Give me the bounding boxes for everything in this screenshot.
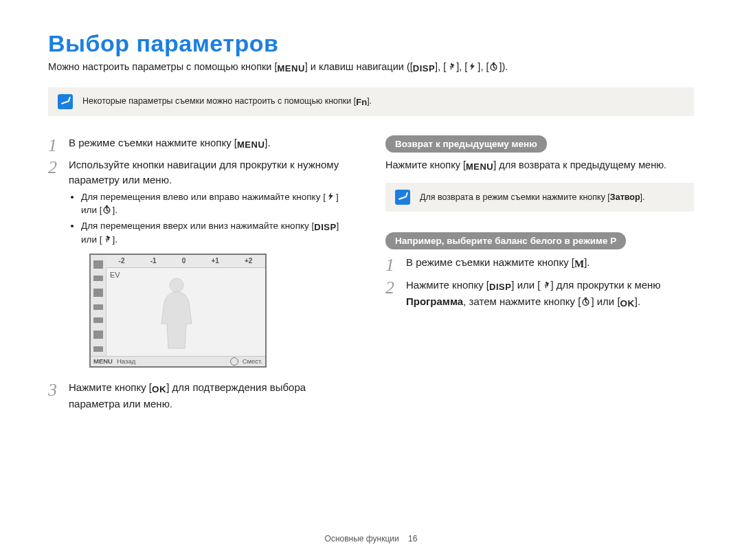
- step-1: В режиме съемки нажмите кнопку [M].: [385, 255, 694, 272]
- flash-icon: [326, 192, 336, 201]
- lcd-side-icons: [91, 255, 106, 357]
- lcd-back-label: Назад: [117, 357, 135, 366]
- footer-page: 16: [408, 534, 417, 544]
- flash-icon: [467, 62, 477, 71]
- lcd-illustration: -2 -1 0 +1 +2 EV: [89, 254, 269, 368]
- svg-point-2: [170, 278, 183, 292]
- intro-text: Можно настроить параметры с помощью кноп…: [48, 61, 278, 72]
- example-block: Например, выберите баланс белого в режим…: [385, 232, 694, 310]
- program-label: Программа: [406, 295, 463, 307]
- menu-key: MENU: [237, 139, 265, 152]
- tick: +1: [211, 256, 218, 267]
- footer-section: Основные функции: [325, 534, 399, 544]
- flower-icon: [102, 234, 112, 244]
- step-2: Используйте кнопки навигации для прокрут…: [48, 157, 357, 368]
- m-key: M: [574, 257, 584, 272]
- page-footer: Основные функции 16: [0, 534, 742, 544]
- step-3: Нажмите кнопку [OK] для подтверждения вы…: [48, 380, 357, 411]
- side-icon: [93, 260, 103, 269]
- step-2-sublist: Для перемещения влево или вправо нажимай…: [69, 191, 357, 247]
- sub-ud: Для перемещения вверх или вниз нажимайте…: [81, 220, 357, 247]
- intro-text: ] и клавиш навигации ([: [305, 61, 413, 72]
- flower-icon: [446, 62, 456, 71]
- fn-key: Fn: [356, 97, 367, 107]
- page-title: Выбор параметров: [48, 30, 694, 57]
- ok-key: OK: [152, 383, 166, 396]
- tick: +2: [245, 256, 252, 267]
- side-icon: [93, 331, 103, 339]
- side-icon: [93, 289, 103, 297]
- disp-key: DISP: [413, 63, 435, 74]
- lcd-move-label: Смест.: [243, 357, 262, 366]
- lcd-silhouette: [153, 276, 201, 351]
- timer-icon: [102, 205, 112, 214]
- lcd-ev-label: EV: [110, 270, 120, 281]
- note-box: Для возврата в режим съемки нажмите кноп…: [385, 183, 694, 212]
- menu-key: MENU: [278, 63, 305, 74]
- intro-text: ]).: [499, 61, 508, 72]
- return-text: Нажмите кнопку [MENU] для возврата к пре…: [385, 158, 694, 173]
- disp-key: DISP: [314, 221, 336, 234]
- flower-icon: [541, 280, 551, 290]
- tick: -1: [150, 256, 157, 267]
- return-block: Возврат к предыдущему меню Нажмите кнопк…: [385, 135, 694, 212]
- subsection-pill: Возврат к предыдущему меню: [385, 135, 547, 153]
- step-1: В режиме съемки нажмите кнопку [MENU].: [48, 135, 357, 152]
- lcd-bottom-bar: MENU Назад Смест.: [91, 356, 265, 366]
- content-columns: В режиме съемки нажмите кнопку [MENU]. И…: [48, 135, 694, 417]
- note-icon: [58, 94, 73, 109]
- menu-key: MENU: [466, 161, 493, 173]
- note-text: Некоторые параметры съемки можно настрои…: [82, 96, 372, 107]
- tick: 0: [182, 256, 186, 267]
- disp-key: DISP: [489, 281, 511, 294]
- right-steps: В режиме съемки нажмите кнопку [M]. Нажм…: [385, 255, 694, 310]
- note-box: Некоторые параметры съемки можно настрои…: [48, 87, 694, 116]
- timer-icon: [581, 297, 591, 306]
- left-column: В режиме съемки нажмите кнопку [MENU]. И…: [48, 135, 357, 417]
- intro-line: Можно настроить параметры с помощью кноп…: [48, 61, 694, 74]
- tick: -2: [119, 256, 125, 267]
- manual-page: Выбор параметров Можно настроить парамет…: [0, 0, 742, 560]
- side-icon: [93, 304, 103, 310]
- right-column: Возврат к предыдущему меню Нажмите кнопк…: [385, 135, 694, 417]
- side-icon: [93, 276, 103, 281]
- side-icon: [93, 346, 103, 352]
- sub-lr: Для перемещения влево или вправо нажимай…: [81, 191, 357, 217]
- note-icon: [395, 190, 410, 205]
- note-text: Для возврата в режим съемки нажмите кноп…: [420, 192, 645, 202]
- timer-icon: [488, 62, 499, 71]
- ok-key: OK: [620, 297, 635, 311]
- subsection-pill: Например, выберите баланс белого в режим…: [385, 232, 626, 249]
- side-icon: [93, 317, 103, 323]
- nav-circle-icon: [230, 357, 238, 366]
- left-steps: В режиме съемки нажмите кнопку [MENU]. И…: [48, 135, 357, 412]
- lcd-topbar: -2 -1 0 +1 +2: [106, 255, 265, 268]
- shutter-key: Затвор: [610, 192, 640, 202]
- lcd-menu-label: MENU: [93, 357, 113, 366]
- step-2: Нажмите кнопку [DISP] или [] для прокрут…: [385, 278, 694, 310]
